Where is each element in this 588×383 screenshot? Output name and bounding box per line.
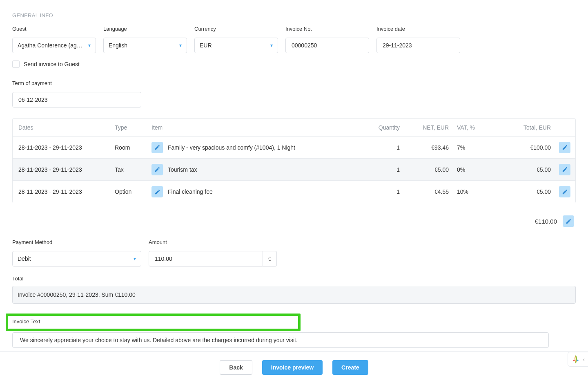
svg-point-0	[573, 360, 575, 361]
payment-method-select[interactable]: Debit ▾	[12, 251, 141, 267]
invoice-text-input[interactable]	[12, 332, 549, 348]
grand-total: €110.00	[535, 218, 557, 225]
label-invoice-date: Invoice date	[376, 26, 460, 32]
label-payment-method: Payment Method	[12, 239, 141, 245]
label-send-invoice: Send invoice to Guest	[24, 61, 80, 67]
chevron-left-icon: ‹	[583, 356, 585, 363]
back-button[interactable]: Back	[220, 360, 252, 372]
chevron-down-icon: ▾	[270, 43, 273, 48]
section-heading: GENERAL INFO	[12, 12, 576, 18]
invoice-no-input[interactable]	[285, 38, 369, 53]
edit-item-button[interactable]	[151, 164, 163, 175]
label-language: Language	[103, 26, 187, 32]
currency-suffix: €	[263, 251, 277, 267]
label-invoice-text: Invoice Text	[12, 318, 294, 325]
language-select[interactable]: English ▾	[103, 38, 187, 53]
edit-row-button[interactable]	[559, 142, 570, 153]
line-items-table: Dates Type Item Quantity NET, EUR VAT, %…	[12, 118, 576, 203]
chevron-down-icon: ▾	[88, 43, 91, 48]
label-invoice-no: Invoice No.	[285, 26, 369, 32]
edit-row-button[interactable]	[559, 164, 570, 175]
term-of-payment-input[interactable]	[12, 92, 141, 108]
help-widget[interactable]: ‹	[568, 352, 588, 367]
footer-actions: Back Invoice preview Create	[0, 351, 588, 372]
currency-select[interactable]: EUR ▾	[194, 38, 278, 53]
label-term-of-payment: Term of payment	[12, 80, 141, 86]
table-row: 28-11-2023 - 29-11-2023 Tax Tourism tax …	[13, 159, 575, 181]
table-header: Dates Type Item Quantity NET, EUR VAT, %…	[13, 119, 575, 137]
label-guest: Guest	[12, 26, 96, 32]
table-row: 28-11-2023 - 29-11-2023 Option Final cle…	[13, 181, 575, 203]
edit-item-button[interactable]	[151, 142, 163, 153]
amount-input[interactable]	[149, 251, 263, 267]
guest-select[interactable]: Agatha Conference (agaco… ▾	[12, 38, 96, 53]
send-invoice-checkbox[interactable]	[12, 60, 20, 68]
table-row: 28-11-2023 - 29-11-2023 Room Family - ve…	[13, 137, 575, 159]
edit-row-button[interactable]	[559, 186, 570, 197]
invoice-preview-button[interactable]: Invoice preview	[262, 360, 323, 372]
edit-total-button[interactable]	[563, 215, 574, 227]
total-summary: Invoice #00000250, 29-11-2023, Sum €110.…	[12, 286, 576, 304]
label-currency: Currency	[194, 26, 278, 32]
invoice-date-input[interactable]	[376, 38, 460, 53]
svg-point-1	[577, 360, 579, 361]
label-amount: Amount	[149, 239, 277, 245]
create-button[interactable]: Create	[332, 360, 368, 372]
chevron-down-icon: ▾	[179, 43, 182, 48]
chevron-down-icon: ▾	[134, 256, 136, 262]
label-total: Total	[12, 275, 576, 282]
edit-item-button[interactable]	[151, 186, 163, 197]
